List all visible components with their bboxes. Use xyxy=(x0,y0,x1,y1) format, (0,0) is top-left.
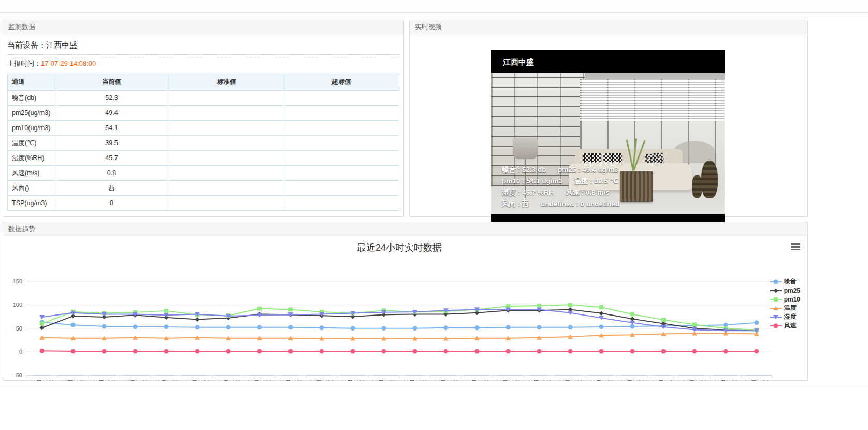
exceed-value-cell xyxy=(284,121,399,136)
trend-chart-svg: 最近24小时实时数据-5005010015028日15时28日16时28日17时… xyxy=(3,236,807,381)
video-overlay-line: 噪音 : 52.3 db pm25 : 49.4 ug/m3 xyxy=(502,164,619,176)
current-device-label: 当前设备：江西中盛 xyxy=(7,40,399,55)
current-value-cell: 39.5 xyxy=(54,136,169,151)
legend-item-温度[interactable]: 温度 xyxy=(770,304,800,312)
x-axis-label: 29日03时 xyxy=(403,380,427,381)
table-row: TSP(ug/m3)0 xyxy=(8,196,399,211)
table-row: 风向()西 xyxy=(8,181,399,196)
live-video-panel: 实时视频 江西中盛 噪音 : 52. xyxy=(409,20,808,217)
trend-chart: 最近24小时实时数据-5005010015028日15时28日16时28日17时… xyxy=(3,236,807,381)
x-axis-label: 29日05时 xyxy=(465,380,489,381)
monitor-table-header-row: 通道 当前值 标准值 超标值 xyxy=(8,74,399,91)
legend-label: 湿度 xyxy=(784,312,797,321)
table-row: 风速(m/s)0.8 xyxy=(8,166,399,181)
x-axis-label: 28日19时 xyxy=(154,380,178,381)
y-axis-label: 150 xyxy=(13,278,22,284)
exceed-value-cell xyxy=(284,91,399,106)
video-overlay-line: pm10 : 54.1 ug/m3 温度 : 39.5 ℃ xyxy=(502,176,619,187)
y-axis-label: 100 xyxy=(13,302,22,308)
coffee-table-graphic xyxy=(620,171,653,201)
channel-cell: 噪音(db) xyxy=(8,91,54,106)
series-line-pm25 xyxy=(42,309,757,331)
x-axis-label: 29日14时 xyxy=(745,380,769,381)
video-overlay-line: 湿度 : 45.7 %RH 风速 : 0.8 m/s xyxy=(502,187,619,198)
legend-marker-icon xyxy=(770,288,782,294)
data-trend-panel: 数据趋势 最近24小时实时数据-5005010015028日15时28日16时2… xyxy=(3,222,808,381)
monitor-table: 通道 当前值 标准值 超标值 噪音(db)52.3pm25(ug/m3)49.4… xyxy=(7,74,399,211)
x-axis-label: 29日00时 xyxy=(310,380,334,381)
report-time-line: 上报时间：17-07-29 14:08:00 xyxy=(7,59,399,68)
legend-marker-icon xyxy=(770,314,782,320)
header-standard-value: 标准值 xyxy=(169,74,284,91)
x-axis-label: 28日21时 xyxy=(216,380,240,381)
exceed-value-cell xyxy=(284,151,399,166)
chart-context-menu-icon[interactable] xyxy=(791,243,800,250)
report-time-label: 上报时间： xyxy=(7,60,41,67)
x-axis-label: 28日22时 xyxy=(248,380,271,381)
channel-cell: 风向() xyxy=(8,181,54,196)
x-axis-label: 29日12时 xyxy=(683,380,706,381)
video-poster-scene: 噪音 : 52.3 db pm25 : 49.4 ug/m3pm10 : 54.… xyxy=(491,73,725,214)
legend-label: 噪音 xyxy=(784,277,797,286)
legend-marker-icon xyxy=(770,296,782,303)
legend-label: pm25 xyxy=(784,287,800,294)
x-axis-label: 28日20时 xyxy=(185,380,209,381)
current-value-cell: 52.3 xyxy=(54,91,169,106)
series-line-风速 xyxy=(42,351,757,351)
current-value-cell: 49.4 xyxy=(54,106,169,121)
legend-marker-icon xyxy=(770,323,782,329)
x-axis-label: 28日18时 xyxy=(123,380,147,381)
legend-item-pm10[interactable]: pm10 xyxy=(770,295,800,304)
current-value-cell: 西 xyxy=(54,181,169,196)
page-bottom-divider xyxy=(0,386,868,386)
report-time-value: 17-07-29 14:08:00 xyxy=(41,60,96,67)
legend-marker-icon xyxy=(770,279,782,285)
legend-label: 风速 xyxy=(784,321,797,330)
table-row: 湿度(%RH)45.7 xyxy=(8,151,399,166)
chart-title: 最近24小时实时数据 xyxy=(357,242,442,253)
current-value-cell: 0 xyxy=(54,196,169,211)
legend-item-湿度[interactable]: 湿度 xyxy=(770,312,800,321)
standard-value-cell xyxy=(169,181,284,196)
exceed-value-cell xyxy=(284,106,399,121)
legend-item-噪音[interactable]: 噪音 xyxy=(770,277,800,286)
x-axis-label: 29日04时 xyxy=(434,380,458,381)
monitor-panel-title: 监测数据 xyxy=(3,20,403,34)
table-row: pm10(ug/m3)54.1 xyxy=(8,121,399,136)
x-axis-label: 29日01时 xyxy=(341,380,365,381)
channel-cell: 湿度(%RH) xyxy=(8,151,54,166)
series-line-温度 xyxy=(42,334,757,339)
legend-marker-icon xyxy=(770,305,782,311)
x-axis-label: 29日13时 xyxy=(714,380,737,381)
header-current-value: 当前值 xyxy=(54,74,169,91)
standard-value-cell xyxy=(169,121,284,136)
x-axis-label: 29日02时 xyxy=(372,380,396,381)
x-axis-label: 29日11时 xyxy=(652,380,675,381)
y-axis-label: -50 xyxy=(14,372,22,378)
header-channel: 通道 xyxy=(8,74,54,91)
current-value-cell: 54.1 xyxy=(54,121,169,136)
table-row: 噪音(db)52.3 xyxy=(8,91,399,106)
standard-value-cell xyxy=(169,106,284,121)
exceed-value-cell xyxy=(284,166,399,181)
exceed-value-cell xyxy=(284,181,399,196)
channel-cell: TSP(ug/m3) xyxy=(8,196,54,211)
exceed-value-cell xyxy=(284,136,399,151)
video-player[interactable]: 江西中盛 噪音 : 52.3 db pm25 : 49 xyxy=(491,50,725,232)
legend-label: 温度 xyxy=(784,304,797,312)
exceed-value-cell xyxy=(284,196,399,211)
video-panel-title: 实时视频 xyxy=(410,20,807,34)
y-axis-label: 0 xyxy=(19,349,22,355)
x-axis-label: 28日17时 xyxy=(92,380,116,381)
legend-item-风速[interactable]: 风速 xyxy=(770,321,800,330)
current-value-cell: 45.7 xyxy=(54,151,169,166)
series-line-湿度 xyxy=(42,309,757,331)
legend-label: pm10 xyxy=(784,296,800,303)
y-axis-label: 50 xyxy=(16,325,22,332)
channel-cell: 风速(m/s) xyxy=(8,166,54,181)
x-axis-label: 29日08时 xyxy=(558,380,582,381)
legend-item-pm25[interactable]: pm25 xyxy=(770,286,800,295)
standard-value-cell xyxy=(169,166,284,181)
table-row: 温度(℃)39.5 xyxy=(8,136,399,151)
x-axis-label: 29日10时 xyxy=(620,380,644,381)
